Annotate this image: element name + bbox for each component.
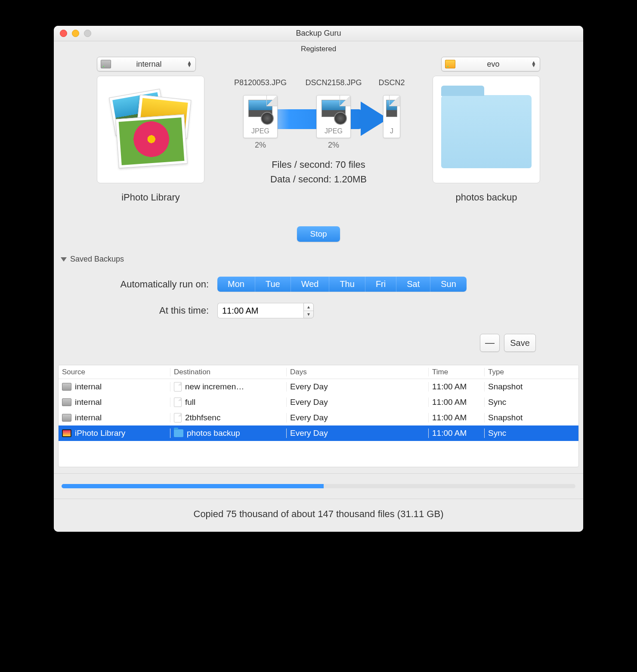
cell-source: internal — [75, 413, 102, 422]
drive-icon — [62, 383, 71, 391]
file-icon — [174, 398, 182, 407]
day-thu[interactable]: Thu — [329, 277, 365, 292]
disclosure-triangle-icon — [61, 257, 67, 262]
backups-table: Source Destination Days Time Type intern… — [58, 365, 579, 467]
window-title: Backup Guru — [54, 29, 583, 38]
time-label: At this time: — [97, 305, 209, 316]
jpeg-file-icon: JPEG — [243, 95, 278, 138]
cell-days: Every Day — [290, 413, 328, 422]
progress-fill — [62, 484, 324, 488]
license-status: Registered — [62, 45, 575, 53]
internal-drive-icon — [101, 60, 111, 68]
cell-source: internal — [75, 382, 102, 391]
progress-bar — [62, 484, 575, 488]
col-days[interactable]: Days — [287, 368, 429, 376]
external-drive-icon — [445, 60, 455, 68]
table-header: Source Destination Days Time Type — [59, 365, 578, 379]
cell-destination: 2tbhfsenc — [185, 413, 220, 422]
time-input[interactable] — [217, 303, 303, 318]
folder-icon — [441, 95, 532, 168]
table-row[interactable]: iPhoto Libraryphotos backupEvery Day11:0… — [59, 425, 578, 441]
transfer-rates: Files / second: 70 files Data / second: … — [270, 157, 367, 187]
saved-backups-disclosure[interactable]: Saved Backups — [54, 250, 583, 264]
iphoto-library-icon — [108, 93, 194, 166]
file-name: DSCN2158.JPG — [305, 78, 362, 87]
time-stepper[interactable]: ▲ ▼ — [303, 303, 314, 318]
source-drive-label: internal — [115, 60, 182, 69]
col-type[interactable]: Type — [485, 368, 578, 376]
app-window: Backup Guru Registered internal ▲▼ evo ▲… — [54, 26, 583, 532]
file-progress: 2% — [255, 141, 266, 150]
cell-time: 11:00 AM — [432, 382, 467, 391]
table-row[interactable]: internalfullEvery Day11:00 AMSync — [59, 395, 578, 410]
files-per-second: Files / second: 70 files — [270, 157, 367, 172]
stop-button[interactable]: Stop — [297, 226, 340, 242]
folder-icon — [174, 429, 183, 437]
file-icon — [174, 413, 182, 422]
main-panel: Registered internal ▲▼ evo ▲▼ — [54, 45, 583, 250]
cell-days: Every Day — [290, 382, 328, 391]
dest-drive-popup[interactable]: evo ▲▼ — [441, 57, 540, 71]
day-wed[interactable]: Wed — [291, 277, 330, 292]
iphoto-icon — [62, 429, 71, 437]
source-well[interactable] — [97, 76, 204, 183]
cell-destination: new incremen… — [185, 382, 244, 391]
day-sat[interactable]: Sat — [396, 277, 430, 292]
cell-time: 11:00 AM — [432, 398, 467, 407]
status-text: Copied 75 thousand of about 147 thousand… — [54, 499, 583, 532]
col-destination[interactable]: Destination — [170, 368, 287, 376]
cell-days: Every Day — [290, 428, 328, 438]
progress-section — [54, 474, 583, 499]
cell-destination: photos backup — [187, 428, 240, 438]
cell-days: Every Day — [290, 398, 328, 407]
source-drive-popup[interactable]: internal ▲▼ — [97, 57, 196, 71]
file-name: DSCN2 — [379, 78, 405, 87]
cell-time: 11:00 AM — [432, 428, 467, 438]
stepper-down-icon[interactable]: ▼ — [304, 311, 313, 318]
run-on-label: Automatically run on: — [97, 279, 209, 290]
schedule-panel: Automatically run on: Mon Tue Wed Thu Fr… — [54, 264, 583, 334]
cell-source: internal — [75, 398, 102, 407]
transfer-visual: P8120053.JPG JPEG 2% DSCN2158.JPG JPEG — [213, 76, 424, 187]
file-progress: 2% — [328, 141, 339, 150]
dest-well[interactable] — [433, 76, 540, 183]
disclosure-label: Saved Backups — [70, 255, 124, 264]
cell-time: 11:00 AM — [432, 413, 467, 422]
jpeg-file-icon: JPEG — [316, 95, 351, 138]
cell-source: iPhoto Library — [75, 428, 125, 438]
day-tue[interactable]: Tue — [255, 277, 291, 292]
dest-drive-label: evo — [460, 60, 527, 69]
cell-destination: full — [185, 398, 195, 407]
col-source[interactable]: Source — [59, 368, 170, 376]
file-icon — [174, 382, 182, 391]
source-item-label: iPhoto Library — [97, 192, 204, 203]
table-row[interactable]: internalnew incremen…Every Day11:00 AMSn… — [59, 379, 578, 395]
drive-icon — [62, 398, 71, 406]
day-selector: Mon Tue Wed Thu Fri Sat Sun — [217, 277, 467, 292]
stepper-up-icon[interactable]: ▲ — [304, 303, 313, 311]
chevron-updown-icon: ▲▼ — [187, 61, 192, 67]
cell-type: Snapshot — [488, 382, 523, 391]
day-fri[interactable]: Fri — [365, 277, 396, 292]
cell-type: Snapshot — [488, 413, 523, 422]
day-mon[interactable]: Mon — [217, 277, 255, 292]
data-per-second: Data / second: 1.20MB — [270, 172, 367, 187]
dest-item-label: photos backup — [433, 192, 540, 203]
file-name: P8120053.JPG — [234, 78, 287, 87]
remove-button[interactable]: — — [480, 334, 500, 352]
titlebar: Backup Guru — [54, 26, 583, 41]
day-sun[interactable]: Sun — [430, 277, 467, 292]
save-button[interactable]: Save — [504, 334, 536, 352]
col-time[interactable]: Time — [429, 368, 485, 376]
chevron-updown-icon: ▲▼ — [531, 61, 536, 67]
table-row[interactable]: internal2tbhfsencEvery Day11:00 AMSnapsh… — [59, 410, 578, 425]
cell-type: Sync — [488, 428, 506, 438]
cell-type: Sync — [488, 398, 506, 407]
jpeg-file-icon: J — [383, 95, 400, 138]
drive-icon — [62, 414, 71, 422]
